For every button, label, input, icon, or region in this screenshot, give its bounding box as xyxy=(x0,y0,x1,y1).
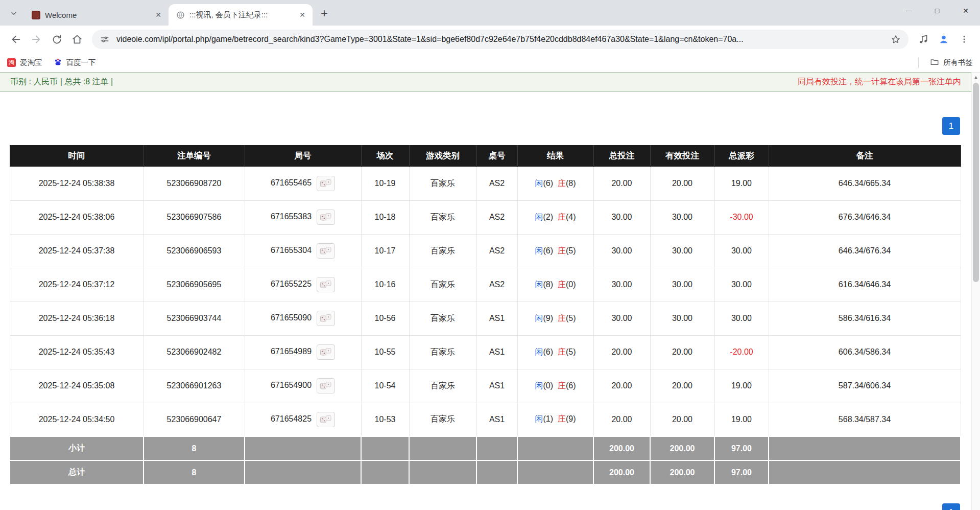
banker-result-label: 庄 xyxy=(558,246,566,255)
banker-score: (0) xyxy=(566,280,576,289)
bookmark-label: 百度一下 xyxy=(66,58,96,67)
player-result-label: 闲 xyxy=(535,213,543,221)
scroll-up-arrow-icon[interactable]: ▲ xyxy=(972,73,980,82)
media-controls-button[interactable] xyxy=(915,31,932,48)
round-result-icon[interactable] xyxy=(317,311,335,326)
round-result-icon[interactable] xyxy=(317,243,335,259)
minimize-button[interactable]: ─ xyxy=(894,0,923,21)
total-bet-cell: 30.00 xyxy=(593,268,650,302)
table-row: 2025-12-24 05:35:08 523066901263 6716549… xyxy=(10,369,961,403)
remark-cell: 606.34/586.34 xyxy=(769,335,961,369)
bet-id-cell: 523066907586 xyxy=(144,200,245,234)
total-bet-cell: 20.00 xyxy=(593,369,650,403)
forward-arrow-icon xyxy=(31,34,42,45)
scrollbar-thumb[interactable] xyxy=(973,83,979,282)
remark-cell: 586.34/616.34 xyxy=(769,302,961,335)
back-button[interactable] xyxy=(7,31,25,48)
tab-close-icon[interactable]: ✕ xyxy=(153,10,163,20)
payout-cell: 30.00 xyxy=(714,234,769,268)
table-row: 2025-12-24 05:38:06 523066907586 6716553… xyxy=(10,200,961,234)
total-bet-cell: 30.00 xyxy=(593,200,650,234)
total-bet-cell: 20.00 xyxy=(593,403,650,436)
reload-button[interactable] xyxy=(48,31,65,48)
valid-bet-cell: 20.00 xyxy=(650,403,714,436)
banker-result-label: 庄 xyxy=(558,347,566,356)
scrollbar[interactable]: ▲ xyxy=(971,73,980,510)
round-number: 671654989 xyxy=(271,347,312,356)
site-settings-icon[interactable] xyxy=(98,33,111,46)
round-result-icon[interactable] xyxy=(317,176,335,191)
col-header-bet-id: 注单编号 xyxy=(144,145,245,167)
table-row: 2025-12-24 05:35:43 523066902482 6716549… xyxy=(10,335,961,369)
menu-button[interactable] xyxy=(955,31,973,48)
browser-tab-bar: Welcome ✕ :::视讯, 会员下注纪录::: ✕ + ─ □ ✕ xyxy=(0,0,980,26)
round-number: 671654825 xyxy=(271,414,312,423)
page-1-button[interactable]: 1 xyxy=(942,503,960,510)
player-result-label: 闲 xyxy=(535,280,543,289)
valid-bet-cell: 30.00 xyxy=(650,302,714,335)
tab-welcome[interactable]: Welcome ✕ xyxy=(25,4,169,26)
table-row: 2025-12-24 05:36:18 523066903744 6716550… xyxy=(10,302,961,335)
url-text[interactable]: videoie.com/ipl/portal.php/game/betrecor… xyxy=(116,35,889,44)
bookmark-star-icon[interactable] xyxy=(889,33,902,46)
session-cell: 10-54 xyxy=(361,369,409,403)
tab-bet-record[interactable]: :::视讯, 会员下注纪录::: ✕ xyxy=(169,4,313,26)
home-button[interactable] xyxy=(68,31,86,48)
player-score: (6) xyxy=(543,347,553,356)
table-no-cell: AS2 xyxy=(476,268,517,302)
col-header-game-type: 游戏类别 xyxy=(409,145,476,167)
round-result-icon[interactable] xyxy=(317,277,335,292)
round-number: 671655225 xyxy=(271,280,312,288)
round-result-icon[interactable] xyxy=(317,378,335,393)
round-result-icon[interactable] xyxy=(317,344,335,360)
bookmark-item-aitaobao[interactable]: 淘 爱淘宝 xyxy=(7,58,42,67)
all-bookmarks-button[interactable]: 所有书签 xyxy=(930,57,973,68)
subtotal-payout: 97.00 xyxy=(714,436,769,460)
payout-cell: 30.00 xyxy=(714,302,769,335)
round-result-icon[interactable] xyxy=(317,210,335,225)
folder-icon xyxy=(930,57,939,68)
result-cell: 闲(6)庄(8) xyxy=(517,167,593,200)
banker-result-label: 庄 xyxy=(558,381,566,390)
welcome-favicon-icon xyxy=(32,11,40,19)
remark-cell: 646.34/676.34 xyxy=(769,234,961,268)
subtotal-row: 小计 8 200.00 200.00 97.00 xyxy=(10,436,961,460)
page-content: 币别 : 人民币 | 总共 :8 注单 | 同局有效投注，统一计算在该局第一张注… xyxy=(0,73,971,485)
reload-icon xyxy=(52,34,62,45)
tab-search-button[interactable] xyxy=(6,6,21,21)
subtotal-total-bet: 200.00 xyxy=(593,436,650,460)
window-controls: ─ □ ✕ xyxy=(894,0,980,21)
subtotal-count: 8 xyxy=(144,436,245,460)
bookmark-label: 爱淘宝 xyxy=(20,58,42,67)
page-1-button[interactable]: 1 xyxy=(942,117,960,135)
close-button[interactable]: ✕ xyxy=(951,0,980,21)
tab-close-icon[interactable]: ✕ xyxy=(297,10,307,20)
valid-bet-cell: 30.00 xyxy=(650,234,714,268)
forward-button[interactable] xyxy=(28,31,45,48)
remark-cell: 587.34/606.34 xyxy=(769,369,961,403)
col-header-remark: 备注 xyxy=(769,145,961,167)
game-type-cell: 百家乐 xyxy=(409,403,476,436)
address-bar[interactable]: videoie.com/ipl/portal.php/game/betrecor… xyxy=(92,30,909,49)
tab-title: Welcome xyxy=(45,11,149,19)
round-cell: 671655465 xyxy=(245,167,361,200)
banker-result-label: 庄 xyxy=(558,314,566,322)
payout-cell: 30.00 xyxy=(714,268,769,302)
result-cell: 闲(0)庄(6) xyxy=(517,369,593,403)
home-icon xyxy=(71,34,83,45)
bookmark-item-baidu[interactable]: 百度一下 xyxy=(54,58,96,68)
banker-score: (8) xyxy=(566,179,576,188)
valid-bet-cell: 30.00 xyxy=(650,268,714,302)
round-result-icon[interactable] xyxy=(317,412,335,427)
table-row: 2025-12-24 05:34:50 523066900647 6716548… xyxy=(10,403,961,436)
total-bet-cell: 20.00 xyxy=(593,335,650,369)
session-cell: 10-19 xyxy=(361,167,409,200)
round-cell: 671655225 xyxy=(245,268,361,302)
new-tab-button[interactable]: + xyxy=(316,5,333,22)
table-no-cell: AS2 xyxy=(476,234,517,268)
profile-button[interactable] xyxy=(935,31,952,48)
round-cell: 671655383 xyxy=(245,200,361,234)
valid-bet-cell: 20.00 xyxy=(650,167,714,200)
maximize-button[interactable]: □ xyxy=(923,0,951,21)
time-cell: 2025-12-24 05:37:12 xyxy=(10,268,144,302)
